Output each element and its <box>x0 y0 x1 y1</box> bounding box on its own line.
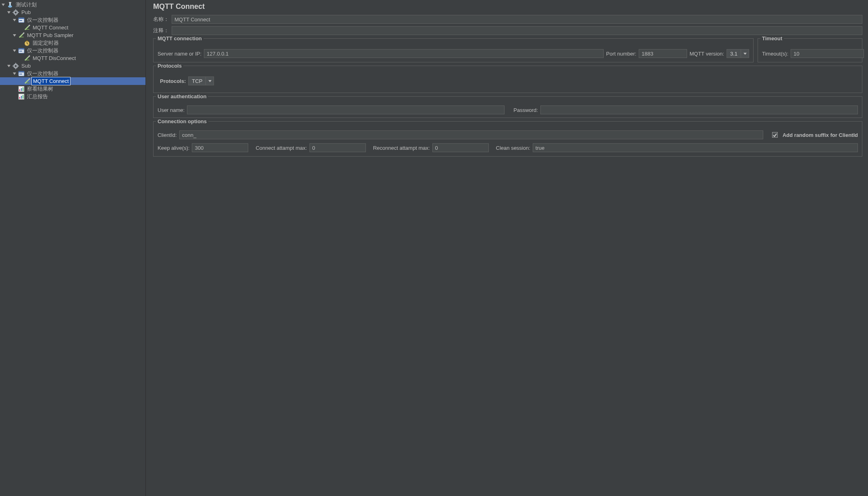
expand-icon[interactable] <box>6 10 11 14</box>
tree-node-mqtt-disconnect[interactable]: MQTT DisConnect <box>0 54 145 62</box>
checkbox-icon <box>772 132 778 138</box>
clientid-label: ClientId: <box>158 132 177 138</box>
tree-node-fixed-timer[interactable]: 固定定时器 <box>0 39 145 47</box>
tree-node-mqtt-pub-sampler[interactable]: MQTT Pub Sampler <box>0 31 145 39</box>
tree-label: MQTT Pub Sampler <box>26 31 74 39</box>
group-user-auth: User authentication User name: Password: <box>153 96 862 118</box>
port-label: Port number: <box>606 51 636 57</box>
reconn-attempt-label: Reconnect attampt max: <box>373 145 430 151</box>
page-title: MQTT Connect <box>153 2 862 11</box>
controller-icon <box>18 48 25 54</box>
group-timeout: Timeout Timeout(s): <box>758 38 862 62</box>
controller-icon <box>18 70 25 77</box>
timer-icon <box>24 40 30 46</box>
group-connection-options: Connection options ClientId: Add random … <box>153 121 862 157</box>
tree-label: 固定定时器 <box>32 39 60 47</box>
tree-node-pub[interactable]: Pub <box>0 8 145 16</box>
tree-node-mqtt-connect[interactable]: MQTT Connect <box>0 24 145 31</box>
mqtt-version-value: 3.1 <box>727 51 741 57</box>
tree-label: MQTT Connect <box>32 77 70 85</box>
sampler-icon <box>24 25 30 31</box>
sampler-icon <box>24 55 30 62</box>
comment-input[interactable] <box>172 26 862 35</box>
sampler-icon <box>18 32 25 39</box>
server-label: Server name or IP: <box>158 51 201 57</box>
report-icon <box>18 86 25 92</box>
tree-node-mqtt-connect-selected[interactable]: MQTT Connect <box>0 77 145 85</box>
test-plan-tree[interactable]: 测试计划 Pub 仅一次控制器 MQTT Connect <box>0 0 145 100</box>
timeout-input[interactable] <box>791 49 864 58</box>
tree-node-once-controller-3[interactable]: 仅一次控制器 <box>0 70 145 77</box>
group-protocols: Protocols Protocols: TCP <box>153 66 862 93</box>
conn-attempt-input[interactable] <box>309 143 366 152</box>
port-input[interactable] <box>639 49 687 58</box>
expand-icon[interactable] <box>6 64 11 68</box>
conn-attempt-label: Connect attampt max: <box>255 145 307 151</box>
report-icon <box>18 93 25 100</box>
random-suffix-label: Add random suffix for ClientId <box>783 132 858 138</box>
tree-label: 仅一次控制器 <box>26 16 59 24</box>
clean-session-label: Clean session: <box>496 145 530 151</box>
sampler-icon <box>24 78 30 85</box>
random-suffix-checkbox[interactable]: Add random suffix for ClientId <box>772 132 858 138</box>
clean-session-input[interactable] <box>533 143 858 152</box>
tree-node-once-controller[interactable]: 仅一次控制器 <box>0 16 145 24</box>
editor-panel: MQTT Connect 名称： 注释： MQTT connection Ser… <box>146 0 868 496</box>
protocols-value: TCP <box>189 78 206 84</box>
name-label: 名称： <box>153 16 169 23</box>
expand-icon[interactable] <box>12 48 17 53</box>
group-title: MQTT connection <box>156 35 204 41</box>
tree-panel: 测试计划 Pub 仅一次控制器 MQTT Connect <box>0 0 146 496</box>
tree-label: Pub <box>21 8 31 16</box>
expand-icon[interactable] <box>12 71 17 76</box>
group-title: Timeout <box>760 35 784 41</box>
protocols-select[interactable]: TCP <box>188 76 214 85</box>
protocols-label: Protocols: <box>160 78 186 84</box>
tree-label: 测试计划 <box>15 1 37 8</box>
group-title: User authentication <box>156 93 208 99</box>
name-input[interactable] <box>172 15 862 24</box>
tree-label: 汇总报告 <box>26 93 49 100</box>
gear-icon <box>12 9 19 16</box>
comment-label: 注释： <box>153 27 169 34</box>
group-title: Protocols <box>156 63 183 69</box>
server-input[interactable] <box>204 49 604 58</box>
timeout-label: Timeout(s): <box>762 51 788 57</box>
chevron-down-icon <box>206 77 214 85</box>
username-label: User name: <box>158 107 185 113</box>
keepalive-input[interactable] <box>192 143 248 152</box>
mqtt-version-select[interactable]: 3.1 <box>727 49 749 58</box>
tree-label: Sub <box>21 62 31 70</box>
tree-node-test-plan[interactable]: 测试计划 <box>0 1 145 8</box>
tree-node-view-results-tree[interactable]: 察看结果树 <box>0 85 145 93</box>
tree-node-once-controller-2[interactable]: 仅一次控制器 <box>0 47 145 54</box>
controller-icon <box>18 17 25 23</box>
tree-label: 仅一次控制器 <box>26 70 59 77</box>
chevron-down-icon <box>741 50 749 58</box>
group-title: Connection options <box>156 118 208 124</box>
mqtt-version-label: MQTT version: <box>689 51 724 57</box>
expand-icon[interactable] <box>1 2 5 7</box>
tree-node-sub[interactable]: Sub <box>0 62 145 70</box>
tree-label: MQTT DisConnect <box>32 54 77 62</box>
clientid-input[interactable] <box>179 130 763 139</box>
password-label: Password: <box>513 107 538 113</box>
tree-label: 仅一次控制器 <box>26 47 59 54</box>
expand-icon[interactable] <box>12 18 17 22</box>
password-input[interactable] <box>540 105 858 114</box>
group-mqtt-connection: MQTT connection Server name or IP: Port … <box>153 38 754 62</box>
tree-label: 察看结果树 <box>26 85 54 93</box>
reconn-attempt-input[interactable] <box>432 143 489 152</box>
keepalive-label: Keep alive(s): <box>158 145 189 151</box>
tree-node-summary-report[interactable]: 汇总报告 <box>0 93 145 100</box>
username-input[interactable] <box>187 105 505 114</box>
expand-icon[interactable] <box>12 33 17 37</box>
gear-icon <box>12 63 19 69</box>
flask-icon <box>7 2 13 8</box>
tree-label: MQTT Connect <box>32 24 69 31</box>
